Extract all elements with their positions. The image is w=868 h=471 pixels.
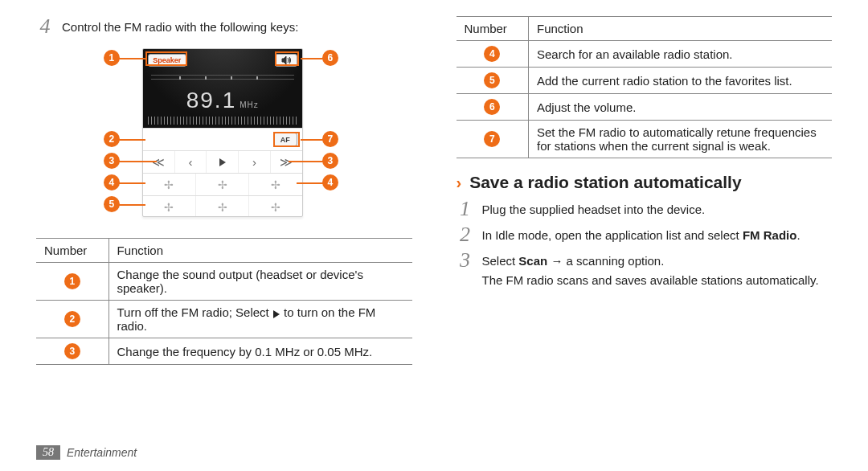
table-row: 5 Add the current radio station to the f… [457, 68, 833, 94]
volume-icon [281, 56, 291, 64]
frequency-unit: MHz [240, 100, 259, 109]
row-number: 4 [484, 46, 500, 62]
row-function: Set the FM radio to automatically retune… [529, 121, 833, 158]
section-heading: › Save a radio station automatically [457, 173, 833, 192]
step-number: 1 [457, 199, 474, 219]
header-number: Number [457, 17, 529, 41]
row-function: Search for an available radio station. [529, 41, 833, 68]
table-header: Number Function [36, 239, 412, 263]
frequency-value: 89.1 [186, 88, 237, 113]
page-footer: 58 Entertainment [36, 445, 137, 460]
step-number: 4 [36, 16, 54, 37]
header-function: Function [108, 239, 412, 263]
section-name: Entertainment [67, 446, 137, 459]
header-function: Function [529, 17, 833, 41]
table-row: 4 Search for an available radio station. [457, 41, 833, 68]
table-row: 1 Change the sound output (headset or de… [36, 263, 412, 301]
row-number: 7 [484, 131, 500, 147]
callout-5: 5 [104, 196, 120, 212]
callout-3-left: 3 [104, 153, 120, 169]
preset-add-button[interactable]: ✢ [143, 174, 196, 195]
callout-1: 1 [104, 50, 120, 66]
row-number: 5 [484, 72, 500, 88]
favorites-row-2: ✢ ✢ ✢ [143, 195, 302, 217]
step-note: The FM radio scans and saves available s… [482, 272, 833, 289]
step-forward-button[interactable]: › [239, 151, 271, 173]
table-header: Number Function [457, 17, 833, 41]
fm-radio-figure: 1 2 3 4 5 6 7 3 4 Speaker [36, 42, 412, 227]
callout-3-right: 3 [322, 153, 338, 169]
step-number: 2 [457, 224, 474, 245]
step-2: 2 In Idle mode, open the application lis… [457, 224, 833, 245]
callout-7: 7 [322, 131, 338, 147]
table-row: 6 Adjust the volume. [457, 94, 833, 121]
af-button[interactable]: AF [273, 133, 297, 146]
play-icon [219, 158, 227, 166]
row-number: 3 [64, 343, 80, 359]
step-4: 4 Control the FM radio with the followin… [36, 16, 412, 37]
step-text: Plug the supplied headset into the devic… [482, 199, 833, 219]
tune-row: ≪ ‹ › ≫ [143, 150, 302, 173]
row-function: Change the sound output (headset or devi… [108, 263, 412, 301]
step-1: 1 Plug the supplied headset into the dev… [457, 199, 833, 219]
row-function: Change the frequency by 0.1 MHz or 0.05 … [108, 338, 412, 365]
preset-add-button[interactable]: ✢ [143, 196, 196, 217]
row-number: 6 [484, 99, 500, 115]
table-row: 7 Set the FM radio to automatically retu… [457, 121, 833, 158]
preset-add-button[interactable]: ✢ [249, 196, 301, 217]
callout-6: 6 [322, 50, 338, 66]
volume-button[interactable] [275, 54, 297, 67]
table-row: 2 Turn off the FM radio; Select to turn … [36, 301, 412, 338]
step-text: Control the FM radio with the following … [62, 16, 412, 37]
page-number: 58 [36, 445, 60, 460]
play-button[interactable] [207, 151, 239, 173]
table-row: 3 Change the frequency by 0.1 MHz or 0.0… [36, 338, 412, 365]
preset-add-button[interactable]: ✢ [249, 174, 301, 195]
favorites-row-1: ✢ ✢ ✢ [143, 173, 302, 195]
speaker-button[interactable]: Speaker [148, 54, 186, 67]
header-number: Number [36, 239, 108, 263]
frequency-display: 89.1MHz [143, 88, 302, 113]
function-table-right: Number Function 4 Search for an availabl… [457, 16, 833, 158]
fm-radio-screenshot: Speaker 89.1MHz AF ≪ [142, 48, 303, 217]
callout-2-left: 2 [104, 131, 120, 147]
callout-4-left: 4 [104, 174, 120, 190]
step-3: 3 Select Scan → a scanning option. The F… [457, 250, 833, 289]
row-function: Adjust the volume. [529, 94, 833, 121]
step-back-button[interactable]: ‹ [175, 151, 207, 173]
row-function: Add the current radio station to the fav… [529, 68, 833, 94]
chevron-icon: › [457, 174, 462, 192]
step-text: In Idle mode, open the application list … [482, 224, 833, 245]
row-function: Turn off the FM radio; Select to turn on… [108, 301, 412, 338]
step-number: 3 [457, 250, 474, 289]
callout-4-right: 4 [322, 174, 338, 190]
preset-add-button[interactable]: ✢ [196, 196, 249, 217]
step-text: Select Scan → a scanning option. The FM … [482, 250, 833, 289]
function-table-left: Number Function 1 Change the sound outpu… [36, 238, 412, 365]
row-number: 1 [64, 273, 80, 289]
play-icon [272, 310, 280, 318]
preset-add-button[interactable]: ✢ [196, 174, 249, 195]
row-number: 2 [64, 311, 80, 327]
section-title: Save a radio station automatically [469, 173, 741, 192]
